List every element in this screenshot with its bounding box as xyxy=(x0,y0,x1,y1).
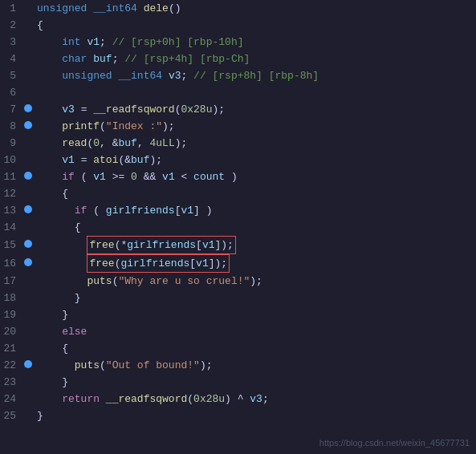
table-row: 22 puts("Out of bound!"); xyxy=(0,357,476,374)
code-content: v1 = atoi(&buf); xyxy=(34,152,476,168)
line-number: 17 xyxy=(0,273,22,290)
table-row: 7 v3 = __readfsqword(0x28u); xyxy=(0,101,476,118)
code-content: } xyxy=(34,306,476,323)
breakpoint-dot[interactable] xyxy=(22,340,34,357)
code-content: printf("Index :"); xyxy=(34,118,476,135)
line-number: 14 xyxy=(0,219,22,236)
table-row: 10 v1 = atoi(&buf); xyxy=(0,152,476,168)
table-row: 21 { xyxy=(0,340,476,357)
table-row: 14 { xyxy=(0,219,476,236)
line-number: 25 xyxy=(0,407,22,424)
breakpoint-dot[interactable] xyxy=(22,236,34,254)
code-content: char buf; // [rsp+4h] [rbp-Ch] xyxy=(34,51,476,67)
code-content: free(girlfriends[v1]); xyxy=(34,254,476,273)
breakpoint-dot[interactable] xyxy=(22,391,34,407)
breakpoint-dot[interactable] xyxy=(22,152,34,168)
breakpoint-indicator xyxy=(24,205,32,213)
breakpoint-dot[interactable] xyxy=(22,135,34,152)
line-number: 5 xyxy=(0,67,22,84)
code-content: } xyxy=(34,407,476,424)
line-number: 19 xyxy=(0,306,22,323)
line-number: 20 xyxy=(0,323,22,340)
line-number: 13 xyxy=(0,202,22,219)
breakpoint-dot[interactable] xyxy=(22,118,34,135)
table-row: 15 free(*girlfriends[v1]); xyxy=(0,236,476,254)
code-content xyxy=(34,84,476,101)
breakpoint-dot[interactable] xyxy=(22,219,34,236)
line-number: 11 xyxy=(0,168,22,185)
breakpoint-dot[interactable] xyxy=(22,357,34,374)
line-number: 4 xyxy=(0,51,22,67)
table-row: 8 printf("Index :"); xyxy=(0,118,476,135)
code-content: v3 = __readfsqword(0x28u); xyxy=(34,101,476,118)
line-number: 15 xyxy=(0,236,22,254)
breakpoint-dot[interactable] xyxy=(22,17,34,34)
code-content: { xyxy=(34,17,476,34)
breakpoint-dot[interactable] xyxy=(22,407,34,424)
table-row: 4 char buf; // [rsp+4h] [rbp-Ch] xyxy=(0,51,476,67)
code-content: puts("Why are u so cruel!"); xyxy=(34,273,476,290)
breakpoint-dot[interactable] xyxy=(22,306,34,323)
table-row: 1unsigned __int64 dele() xyxy=(0,0,476,17)
code-content: puts("Out of bound!"); xyxy=(34,357,476,374)
table-row: 16 free(girlfriends[v1]); xyxy=(0,254,476,273)
breakpoint-dot[interactable] xyxy=(22,290,34,306)
line-number: 12 xyxy=(0,185,22,202)
line-number: 2 xyxy=(0,17,22,34)
line-number: 18 xyxy=(0,290,22,306)
breakpoint-dot[interactable] xyxy=(22,185,34,202)
table-row: 3 int v1; // [rsp+0h] [rbp-10h] xyxy=(0,34,476,51)
breakpoint-dot[interactable] xyxy=(22,84,34,101)
breakpoint-indicator xyxy=(24,172,32,180)
breakpoint-dot[interactable] xyxy=(22,101,34,118)
code-content: unsigned __int64 dele() xyxy=(34,0,476,17)
code-content: { xyxy=(34,219,476,236)
table-row: 20 else xyxy=(0,323,476,340)
code-table: 1unsigned __int64 dele()2{3 int v1; // [… xyxy=(0,0,476,424)
breakpoint-dot[interactable] xyxy=(22,51,34,67)
table-row: 5 unsigned __int64 v3; // [rsp+8h] [rbp-… xyxy=(0,67,476,84)
breakpoint-indicator xyxy=(24,360,32,368)
table-row: 19 } xyxy=(0,306,476,323)
breakpoint-dot[interactable] xyxy=(22,323,34,340)
breakpoint-dot[interactable] xyxy=(22,273,34,290)
table-row: 6 xyxy=(0,84,476,101)
watermark: https://blog.csdn.net/weixin_45677731 xyxy=(319,438,470,448)
breakpoint-indicator xyxy=(24,121,32,129)
line-number: 10 xyxy=(0,152,22,168)
table-row: 18 } xyxy=(0,290,476,306)
breakpoint-dot[interactable] xyxy=(22,254,34,273)
breakpoint-dot[interactable] xyxy=(22,0,34,17)
line-number: 9 xyxy=(0,135,22,152)
table-row: 11 if ( v1 >= 0 && v1 < count ) xyxy=(0,168,476,185)
breakpoint-dot[interactable] xyxy=(22,374,34,391)
table-row: 24 return __readfsqword(0x28u) ^ v3; xyxy=(0,391,476,407)
breakpoint-indicator xyxy=(24,258,32,266)
breakpoint-dot[interactable] xyxy=(22,168,34,185)
table-row: 2{ xyxy=(0,17,476,34)
line-number: 22 xyxy=(0,357,22,374)
code-content: } xyxy=(34,374,476,391)
breakpoint-dot[interactable] xyxy=(22,67,34,84)
breakpoint-dot[interactable] xyxy=(22,202,34,219)
code-container: 1unsigned __int64 dele()2{3 int v1; // [… xyxy=(0,0,476,454)
code-content: unsigned __int64 v3; // [rsp+8h] [rbp-8h… xyxy=(34,67,476,84)
breakpoint-dot[interactable] xyxy=(22,34,34,51)
line-number: 7 xyxy=(0,101,22,118)
line-number: 1 xyxy=(0,0,22,17)
table-row: 9 read(0, &buf, 4uLL); xyxy=(0,135,476,152)
line-number: 16 xyxy=(0,254,22,273)
line-number: 24 xyxy=(0,391,22,407)
line-number: 21 xyxy=(0,340,22,357)
code-content: if ( v1 >= 0 && v1 < count ) xyxy=(34,168,476,185)
code-content: else xyxy=(34,323,476,340)
table-row: 23 } xyxy=(0,374,476,391)
code-content: read(0, &buf, 4uLL); xyxy=(34,135,476,152)
table-row: 12 { xyxy=(0,185,476,202)
table-row: 17 puts("Why are u so cruel!"); xyxy=(0,273,476,290)
code-content: if ( girlfriends[v1] ) xyxy=(34,202,476,219)
breakpoint-indicator xyxy=(24,104,32,112)
table-row: 13 if ( girlfriends[v1] ) xyxy=(0,202,476,219)
code-content: { xyxy=(34,185,476,202)
code-content: { xyxy=(34,340,476,357)
